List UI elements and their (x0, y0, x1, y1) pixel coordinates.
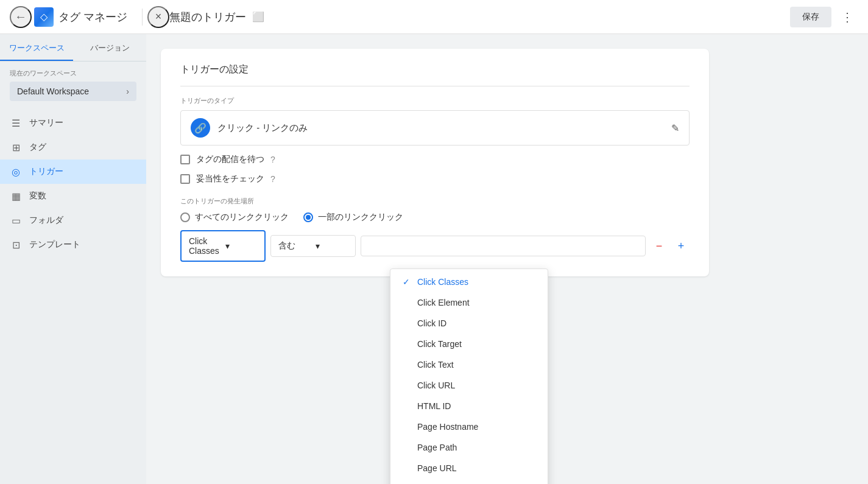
help-icon-2[interactable]: ? (270, 174, 275, 184)
top-header: ← タグ マネージ × 無題のトリガー ⬜ 保存 ⋮ (0, 0, 868, 34)
dropdown-item-click-element[interactable]: Click Element (390, 292, 548, 313)
radio-circle-all (180, 212, 190, 222)
radio-some-clicks[interactable]: 一部のリンククリック (303, 212, 403, 223)
sidebar-item-label-triggers: トリガー (29, 166, 63, 177)
workspace-arrow-icon: › (126, 86, 129, 96)
edit-trigger-type-button[interactable]: ✎ (671, 122, 679, 134)
nav-items: ☰ サマリー ⊞ タグ ◎ トリガー ▦ 変数 ▭ フォルダ ⊡ テンプレート (0, 111, 146, 257)
dropdown-item-click-id[interactable]: Click ID (390, 313, 548, 334)
condition-row: Click Classes ▾ 含む ▾ − + (180, 230, 690, 262)
folders-icon: ▭ (10, 214, 22, 226)
dropdown-item-page-path[interactable]: Page Path (390, 437, 548, 458)
sidebar-item-templates[interactable]: ⊡ テンプレート (0, 233, 146, 257)
templates-icon: ⊡ (10, 239, 22, 251)
tags-icon: ⊞ (10, 141, 22, 153)
variables-icon: ▦ (10, 190, 22, 202)
dropdown-item-click-url[interactable]: Click URL (390, 375, 548, 396)
tab-version[interactable]: バージョン (73, 34, 146, 61)
trigger-type-left: 🔗 クリック - リンクのみ (191, 118, 308, 138)
folder-icon[interactable]: ⬜ (252, 11, 264, 23)
dropdown-item-label-page-hostname: Page Hostname (417, 422, 478, 432)
dropdown-item-label-click-target: Click Target (417, 339, 462, 349)
dropdown-item-page-hostname[interactable]: Page Hostname (390, 416, 548, 437)
sidebar: ワークスペース バージョン 現在のワークスペース Default Workspa… (0, 34, 146, 484)
sidebar-item-variables[interactable]: ▦ 変数 (0, 184, 146, 208)
trigger-title-area: 無題のトリガー ⬜ (169, 10, 790, 24)
sidebar-item-label-templates: テンプレート (29, 239, 80, 250)
checkbox-label-2: 妥当性をチェック (196, 174, 264, 184)
config-card: トリガーの設定 トリガーのタイプ 🔗 クリック - リンクのみ ✎ タグの配信を… (161, 49, 709, 276)
sidebar-item-label-summary: サマリー (29, 117, 63, 128)
sidebar-item-label-variables: 変数 (29, 191, 46, 202)
dropdown-item-label-html-id: HTML ID (417, 401, 451, 411)
condition-variable-value: Click Classes (189, 236, 221, 256)
dropdown-item-label-click-text: Click Text (417, 360, 454, 370)
dropdown-item-label-click-element: Click Element (417, 298, 470, 307)
checkbox-row-2: 妥当性をチェック ? (180, 174, 690, 184)
workspace-item[interactable]: Default Workspace › (10, 82, 136, 101)
radio-all-clicks[interactable]: すべてのリンククリック (180, 212, 289, 223)
sidebar-item-summary[interactable]: ☰ サマリー (0, 111, 146, 135)
dropdown-item-click-text[interactable]: Click Text (390, 354, 548, 375)
operator-dropdown-arrow-icon: ▾ (316, 241, 348, 251)
dropdown-item-label-page-url: Page URL (417, 463, 457, 473)
variable-dropdown-menu: ✓ Click Classes Click Element Click ID C… (390, 268, 548, 484)
condition-dropdown-arrow-icon: ▾ (225, 241, 257, 251)
trigger-type-icon: 🔗 (191, 118, 210, 138)
summary-icon: ☰ (10, 117, 22, 129)
remove-condition-button[interactable]: − (651, 237, 668, 254)
checkbox-row-1: タグの配信を待つ ? (180, 154, 690, 165)
sidebar-item-label-folders: フォルダ (29, 215, 63, 226)
sidebar-item-label-tags: タグ (29, 142, 46, 153)
app-name: タグ マネージ (58, 10, 127, 24)
help-icon-1[interactable]: ? (270, 155, 275, 164)
workspace-label: 現在のワークスペース (10, 69, 136, 78)
more-menu-button[interactable]: ⋮ (836, 6, 858, 28)
condition-operator-dropdown[interactable]: 含む ▾ (270, 235, 356, 257)
dropdown-item-label-click-id: Click ID (417, 318, 446, 328)
radio-circle-some (303, 212, 313, 222)
checkbox-label-1: タグの配信を待つ (196, 154, 264, 165)
dropdown-item-label-click-url: Click URL (417, 381, 455, 390)
type-label: トリガーのタイプ (180, 96, 690, 105)
sidebar-item-triggers[interactable]: ◎ トリガー (0, 160, 146, 184)
triggers-icon: ◎ (10, 166, 22, 178)
occurrence-label: このトリガーの発生場所 (180, 197, 690, 206)
sidebar-tabs: ワークスペース バージョン (0, 34, 146, 61)
config-title: トリガーの設定 (180, 63, 690, 86)
condition-variable-dropdown[interactable]: Click Classes ▾ (180, 230, 266, 262)
occurrence-section: このトリガーの発生場所 すべてのリンククリック 一部のリンククリック Click… (180, 197, 690, 262)
dropdown-item-click-classes[interactable]: ✓ Click Classes (390, 272, 548, 292)
checkbox-wait-tag[interactable] (180, 155, 190, 164)
main-layout: ワークスペース バージョン 現在のワークスペース Default Workspa… (0, 34, 868, 484)
close-button[interactable]: × (147, 6, 169, 28)
content-area: トリガーの設定 トリガーのタイプ 🔗 クリック - リンクのみ ✎ タグの配信を… (146, 34, 868, 484)
dropdown-item-referrer[interactable]: Referrer (390, 479, 548, 484)
sidebar-item-folders[interactable]: ▭ フォルダ (0, 208, 146, 233)
trigger-type-name: クリック - リンクのみ (217, 122, 308, 134)
trigger-type-row[interactable]: 🔗 クリック - リンクのみ ✎ (180, 110, 690, 146)
dropdown-item-page-url[interactable]: Page URL (390, 458, 548, 479)
workspace-name: Default Workspace (17, 86, 89, 96)
header-actions: 保存 ⋮ (790, 6, 858, 28)
radio-row: すべてのリンククリック 一部のリンククリック (180, 212, 690, 223)
back-button[interactable]: ← (10, 6, 32, 28)
tab-workspace[interactable]: ワークスペース (0, 34, 73, 61)
check-mark-icon: ✓ (403, 277, 412, 287)
dropdown-item-html-id[interactable]: HTML ID (390, 396, 548, 416)
gtm-logo (34, 7, 54, 27)
add-condition-button[interactable]: + (672, 237, 690, 254)
workspace-section: 現在のワークスペース Default Workspace › (0, 61, 146, 106)
dropdown-item-label-click-classes: Click Classes (417, 277, 468, 287)
condition-operator-value: 含む (278, 240, 311, 251)
trigger-title: 無題のトリガー (169, 10, 246, 24)
condition-value-input[interactable] (361, 236, 646, 256)
checkbox-validate[interactable] (180, 174, 190, 184)
radio-label-some: 一部のリンククリック (318, 212, 403, 223)
save-button[interactable]: 保存 (790, 7, 831, 27)
dropdown-item-click-target[interactable]: Click Target (390, 334, 548, 354)
sidebar-item-tags[interactable]: ⊞ タグ (0, 135, 146, 160)
radio-label-all: すべてのリンククリック (195, 212, 289, 223)
dropdown-item-label-page-path: Page Path (417, 443, 457, 452)
header-separator (142, 9, 143, 26)
